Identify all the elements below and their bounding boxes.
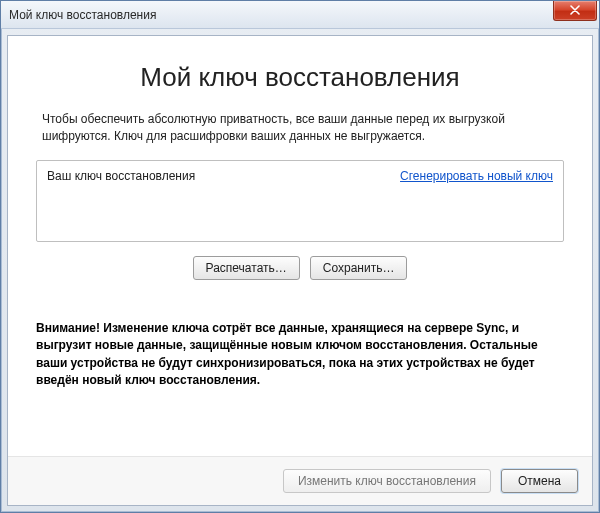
print-button[interactable]: Распечатать… — [193, 256, 300, 280]
action-button-row: Распечатать… Сохранить… — [34, 256, 566, 280]
cancel-button[interactable]: Отмена — [501, 469, 578, 493]
change-key-button[interactable]: Изменить ключ восстановления — [283, 469, 491, 493]
recovery-key-box: Ваш ключ восстановления Сгенерировать но… — [36, 160, 564, 242]
titlebar: Мой ключ восстановления — [1, 1, 599, 29]
dialog-footer: Изменить ключ восстановления Отмена — [8, 456, 592, 505]
recovery-key-field[interactable] — [47, 189, 553, 215]
generate-new-key-link[interactable]: Сгенерировать новый ключ — [400, 169, 553, 183]
dialog-window: Мой ключ восстановления Мой ключ восстан… — [0, 0, 600, 513]
save-button[interactable]: Сохранить… — [310, 256, 408, 280]
close-button[interactable] — [553, 1, 597, 21]
page-heading: Мой ключ восстановления — [34, 62, 566, 93]
client-area: Мой ключ восстановления Чтобы обеспечить… — [7, 35, 593, 506]
recovery-key-label: Ваш ключ восстановления — [47, 169, 195, 183]
close-icon — [570, 5, 580, 15]
warning-text: Внимание! Изменение ключа сотрёт все дан… — [36, 320, 564, 456]
description-text: Чтобы обеспечить абсолютную приватность,… — [42, 111, 558, 146]
window-title: Мой ключ восстановления — [9, 8, 156, 22]
